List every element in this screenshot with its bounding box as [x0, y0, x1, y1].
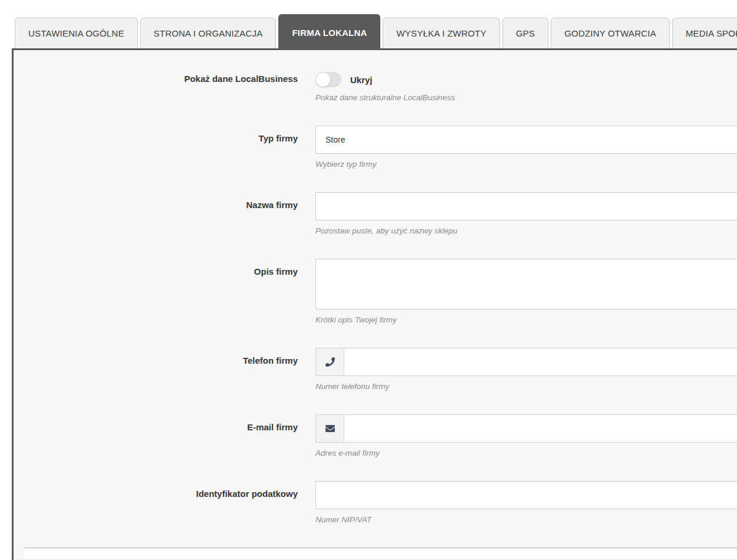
company-name-input[interactable] [315, 192, 737, 220]
form-row-company-type: Typ firmy Store Wybierz typ firmy [14, 126, 737, 170]
company-description-label: Opis firmy [14, 259, 298, 325]
company-description-textarea[interactable] [315, 259, 737, 309]
phone-icon [316, 348, 344, 375]
tab-ustawienia-ogolne[interactable]: USTAWIENIA OGÓLNE [15, 18, 138, 48]
tab-godziny-otwarcia[interactable]: GODZINY OTWARCIA [551, 18, 670, 48]
tax-id-label: Identyfikator podatkowy [14, 481, 298, 525]
local-business-form: Pokaż dane LocalBusiness Ukryj Pokaż dan… [14, 50, 737, 560]
company-phone-hint: Numer telefonu firmy [315, 381, 737, 392]
tax-id-input[interactable] [315, 481, 737, 509]
form-row-company-name: Nazwa firmy Pozostaw puste, aby użyć naz… [14, 192, 737, 236]
toggle-knob [315, 72, 331, 87]
company-type-hint: Wybierz typ firmy [315, 159, 737, 170]
show-localbusiness-hint: Pokaż dane strukturalne LocalBusiness [315, 93, 737, 103]
company-email-hint: Adres e-mail firmy [315, 448, 737, 459]
settings-tabbar: USTAWIENIA OGÓLNE STRONA I ORGANIZACJA F… [15, 0, 737, 50]
company-email-label: E-mail firmy [14, 414, 298, 459]
company-phone-label: Telefon firmy [14, 348, 298, 392]
tab-media-spolecznosciowe[interactable]: MEDIA SPOŁECZNOŚCIOWE [672, 18, 737, 48]
local-business-settings-panel: Pokaż dane LocalBusiness Ukryj Pokaż dan… [12, 48, 737, 560]
tab-gps[interactable]: GPS [502, 18, 548, 48]
company-name-label: Nazwa firmy [14, 192, 298, 236]
show-localbusiness-toggle[interactable] [315, 72, 341, 87]
envelope-icon [316, 415, 344, 442]
company-type-select[interactable]: Store [315, 126, 737, 154]
tax-id-hint: Numer NIP/VAT [315, 515, 737, 525]
company-phone-input[interactable] [344, 348, 737, 375]
company-type-label: Typ firmy [14, 126, 298, 170]
form-footer-area [24, 548, 737, 559]
show-localbusiness-label: Pokaż dane LocalBusiness [14, 72, 298, 103]
company-description-hint: Krótki opis Twojej firmy [315, 315, 737, 325]
toggle-state-label: Ukryj [350, 75, 373, 85]
form-row-company-email: E-mail firmy Adres e-mail firmy [14, 414, 737, 459]
company-name-hint: Pozostaw puste, aby użyć nazwy sklepu [315, 226, 737, 236]
form-row-tax-id: Identyfikator podatkowy Numer NIP/VAT [14, 481, 737, 525]
form-row-company-phone: Telefon firmy Numer telefonu firmy [14, 348, 737, 392]
tab-wysylka-i-zwroty[interactable]: WYSYŁKA I ZWROTY [383, 18, 499, 48]
form-row-show-localbusiness: Pokaż dane LocalBusiness Ukryj Pokaż dan… [14, 72, 737, 103]
form-row-company-description: Opis firmy Krótki opis Twojej firmy [14, 259, 737, 325]
company-email-input[interactable] [344, 415, 737, 442]
tab-strona-i-organizacja[interactable]: STRONA I ORGANIZACJA [140, 18, 277, 48]
tab-firma-lokalna[interactable]: FIRMA LOKALNA [278, 14, 380, 50]
